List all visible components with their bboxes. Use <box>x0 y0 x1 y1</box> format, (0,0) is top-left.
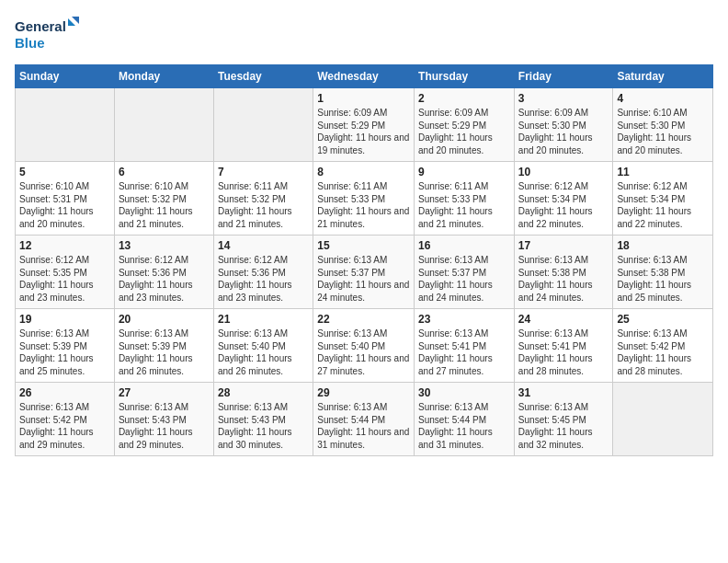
day-number: 1 <box>317 92 410 105</box>
day-info: Sunrise: 6:13 AM Sunset: 5:41 PM Dayligh… <box>518 327 609 377</box>
calendar-cell <box>613 383 713 456</box>
day-number: 20 <box>119 313 210 326</box>
day-info: Sunrise: 6:13 AM Sunset: 5:40 PM Dayligh… <box>317 327 410 377</box>
calendar-cell: 29Sunrise: 6:13 AM Sunset: 5:44 PM Dayli… <box>313 383 415 456</box>
calendar-cell: 10Sunrise: 6:12 AM Sunset: 5:34 PM Dayli… <box>514 162 613 236</box>
calendar-cell <box>16 88 115 162</box>
day-number: 2 <box>418 92 510 105</box>
day-number: 7 <box>218 166 309 178</box>
calendar-cell: 28Sunrise: 6:13 AM Sunset: 5:43 PM Dayli… <box>213 383 313 456</box>
day-number: 27 <box>119 386 210 399</box>
calendar-cell: 21Sunrise: 6:13 AM Sunset: 5:40 PM Dayli… <box>213 309 313 383</box>
weekday-header-wednesday: Wednesday <box>313 65 415 88</box>
day-info: Sunrise: 6:12 AM Sunset: 5:34 PM Dayligh… <box>617 180 709 230</box>
calendar-cell: 31Sunrise: 6:13 AM Sunset: 5:45 PM Dayli… <box>514 383 613 456</box>
day-info: Sunrise: 6:13 AM Sunset: 5:38 PM Dayligh… <box>617 254 709 304</box>
weekday-header-sunday: Sunday <box>16 65 115 88</box>
day-number: 8 <box>317 166 410 178</box>
calendar-table: SundayMondayTuesdayWednesdayThursdayFrid… <box>15 64 713 456</box>
day-number: 4 <box>617 92 709 105</box>
calendar-cell: 3Sunrise: 6:09 AM Sunset: 5:30 PM Daylig… <box>514 88 613 162</box>
weekday-header-tuesday: Tuesday <box>213 65 313 88</box>
day-number: 26 <box>19 386 110 399</box>
header: General Blue <box>15 15 713 55</box>
day-number: 28 <box>218 386 309 399</box>
day-info: Sunrise: 6:13 AM Sunset: 5:39 PM Dayligh… <box>119 327 210 377</box>
weekday-header-monday: Monday <box>114 65 213 88</box>
calendar-cell: 13Sunrise: 6:12 AM Sunset: 5:36 PM Dayli… <box>114 236 213 309</box>
weekday-header-saturday: Saturday <box>613 65 713 88</box>
calendar-cell: 22Sunrise: 6:13 AM Sunset: 5:40 PM Dayli… <box>313 309 415 383</box>
calendar-cell: 8Sunrise: 6:11 AM Sunset: 5:33 PM Daylig… <box>313 162 415 236</box>
day-info: Sunrise: 6:13 AM Sunset: 5:43 PM Dayligh… <box>119 401 210 451</box>
calendar-cell: 5Sunrise: 6:10 AM Sunset: 5:31 PM Daylig… <box>16 162 115 236</box>
logo: General Blue <box>15 15 79 55</box>
day-number: 16 <box>418 239 510 252</box>
day-info: Sunrise: 6:13 AM Sunset: 5:39 PM Dayligh… <box>19 327 110 377</box>
calendar-cell: 14Sunrise: 6:12 AM Sunset: 5:36 PM Dayli… <box>213 236 313 309</box>
day-number: 13 <box>119 239 210 252</box>
day-info: Sunrise: 6:13 AM Sunset: 5:38 PM Dayligh… <box>518 254 609 304</box>
day-number: 12 <box>19 239 110 252</box>
day-number: 17 <box>518 239 609 252</box>
page-container: General Blue SundayMondayTuesdayWednesda… <box>0 0 728 464</box>
day-number: 6 <box>119 166 210 178</box>
calendar-cell: 16Sunrise: 6:13 AM Sunset: 5:37 PM Dayli… <box>415 236 515 309</box>
day-number: 24 <box>518 313 609 326</box>
day-info: Sunrise: 6:13 AM Sunset: 5:40 PM Dayligh… <box>218 327 309 377</box>
calendar-cell: 4Sunrise: 6:10 AM Sunset: 5:30 PM Daylig… <box>613 88 713 162</box>
calendar-cell: 11Sunrise: 6:12 AM Sunset: 5:34 PM Dayli… <box>613 162 713 236</box>
svg-marker-2 <box>68 18 75 26</box>
day-number: 22 <box>317 313 410 326</box>
calendar-cell: 1Sunrise: 6:09 AM Sunset: 5:29 PM Daylig… <box>313 88 415 162</box>
calendar-cell <box>114 88 213 162</box>
day-number: 11 <box>617 166 709 178</box>
calendar-week-row: 1Sunrise: 6:09 AM Sunset: 5:29 PM Daylig… <box>16 88 713 162</box>
day-number: 3 <box>518 92 609 105</box>
calendar-cell: 6Sunrise: 6:10 AM Sunset: 5:32 PM Daylig… <box>114 162 213 236</box>
calendar-cell: 25Sunrise: 6:13 AM Sunset: 5:42 PM Dayli… <box>613 309 713 383</box>
weekday-header-row: SundayMondayTuesdayWednesdayThursdayFrid… <box>16 65 713 88</box>
day-info: Sunrise: 6:09 AM Sunset: 5:29 PM Dayligh… <box>418 107 510 156</box>
day-info: Sunrise: 6:12 AM Sunset: 5:36 PM Dayligh… <box>218 254 309 304</box>
calendar-cell: 30Sunrise: 6:13 AM Sunset: 5:44 PM Dayli… <box>415 383 515 456</box>
day-number: 19 <box>19 313 110 326</box>
calendar-cell: 20Sunrise: 6:13 AM Sunset: 5:39 PM Dayli… <box>114 309 213 383</box>
day-number: 23 <box>418 313 510 326</box>
calendar-cell: 18Sunrise: 6:13 AM Sunset: 5:38 PM Dayli… <box>613 236 713 309</box>
day-info: Sunrise: 6:13 AM Sunset: 5:44 PM Dayligh… <box>317 401 410 451</box>
calendar-week-row: 26Sunrise: 6:13 AM Sunset: 5:42 PM Dayli… <box>16 383 713 456</box>
day-info: Sunrise: 6:09 AM Sunset: 5:29 PM Dayligh… <box>317 107 410 156</box>
calendar-cell: 19Sunrise: 6:13 AM Sunset: 5:39 PM Dayli… <box>16 309 115 383</box>
calendar-cell: 9Sunrise: 6:11 AM Sunset: 5:33 PM Daylig… <box>415 162 515 236</box>
calendar-cell: 26Sunrise: 6:13 AM Sunset: 5:42 PM Dayli… <box>16 383 115 456</box>
svg-marker-3 <box>72 17 79 24</box>
day-number: 29 <box>317 386 410 399</box>
day-info: Sunrise: 6:11 AM Sunset: 5:33 PM Dayligh… <box>418 180 510 230</box>
day-number: 10 <box>518 166 609 178</box>
day-info: Sunrise: 6:10 AM Sunset: 5:30 PM Dayligh… <box>617 107 709 156</box>
day-number: 30 <box>418 386 510 399</box>
day-number: 5 <box>19 166 110 178</box>
day-info: Sunrise: 6:11 AM Sunset: 5:33 PM Dayligh… <box>317 180 410 230</box>
calendar-cell: 2Sunrise: 6:09 AM Sunset: 5:29 PM Daylig… <box>415 88 515 162</box>
weekday-header-thursday: Thursday <box>415 65 515 88</box>
day-info: Sunrise: 6:13 AM Sunset: 5:41 PM Dayligh… <box>418 327 510 377</box>
day-info: Sunrise: 6:13 AM Sunset: 5:42 PM Dayligh… <box>19 401 110 451</box>
calendar-cell: 27Sunrise: 6:13 AM Sunset: 5:43 PM Dayli… <box>114 383 213 456</box>
day-info: Sunrise: 6:13 AM Sunset: 5:37 PM Dayligh… <box>317 254 410 304</box>
day-number: 25 <box>617 313 709 326</box>
calendar-cell: 7Sunrise: 6:11 AM Sunset: 5:32 PM Daylig… <box>213 162 313 236</box>
calendar-week-row: 19Sunrise: 6:13 AM Sunset: 5:39 PM Dayli… <box>16 309 713 383</box>
day-number: 21 <box>218 313 309 326</box>
day-info: Sunrise: 6:12 AM Sunset: 5:36 PM Dayligh… <box>119 254 210 304</box>
calendar-cell: 23Sunrise: 6:13 AM Sunset: 5:41 PM Dayli… <box>415 309 515 383</box>
day-info: Sunrise: 6:13 AM Sunset: 5:37 PM Dayligh… <box>418 254 510 304</box>
day-number: 18 <box>617 239 709 252</box>
day-number: 31 <box>518 386 609 399</box>
day-number: 9 <box>418 166 510 178</box>
day-info: Sunrise: 6:13 AM Sunset: 5:44 PM Dayligh… <box>418 401 510 451</box>
day-info: Sunrise: 6:13 AM Sunset: 5:45 PM Dayligh… <box>518 401 609 451</box>
calendar-cell: 12Sunrise: 6:12 AM Sunset: 5:35 PM Dayli… <box>16 236 115 309</box>
day-number: 14 <box>218 239 309 252</box>
